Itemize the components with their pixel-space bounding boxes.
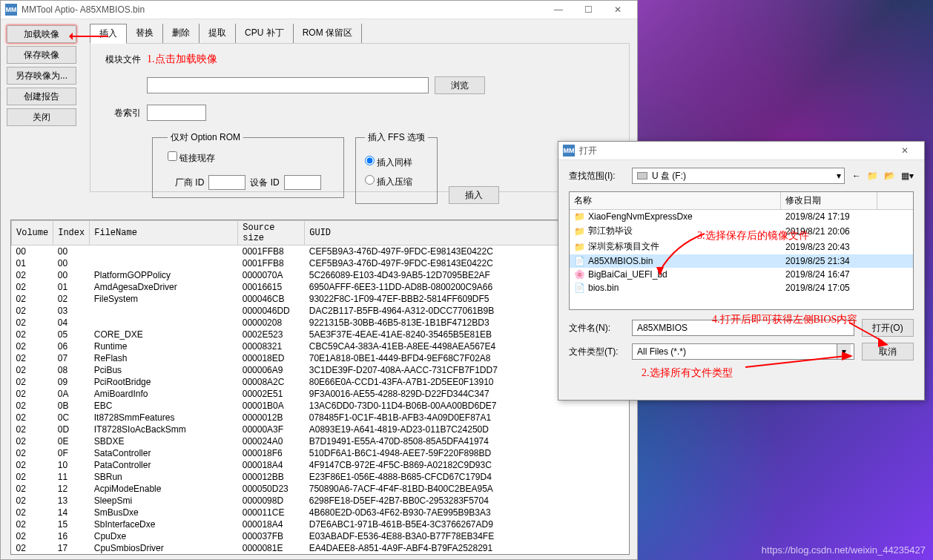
folder-icon: 📁	[574, 226, 585, 237]
insert-same-radio[interactable]	[365, 156, 375, 165]
window-title: MMTool Aptio- A85XMBIOS.bin	[22, 4, 544, 15]
volume-index-label: 卷索引	[99, 107, 141, 119]
table-row[interactable]: 0208PciBus000006A93C1DE39F-D207-408A-AAC…	[12, 364, 629, 376]
table-row[interactable]: 0217CpuSmbiosDriver0000081EEA4DAEE8-A851…	[12, 542, 629, 554]
save-image-button[interactable]: 保存映像	[7, 46, 76, 64]
table-header[interactable]: Source size	[238, 221, 305, 246]
annotation-3: 3.选择保存后的镜像文件	[697, 229, 809, 243]
insert-button[interactable]: 插入	[449, 186, 499, 204]
table-header[interactable]: Index	[53, 221, 90, 246]
volume-index-input[interactable]	[147, 105, 206, 121]
tab-extract[interactable]: 提取	[200, 24, 236, 43]
app-icon: MM	[5, 4, 17, 16]
table-row[interactable]: 0209PciRootBridge00008A2C80E66E0A-CCD1-4…	[12, 376, 629, 388]
table-row[interactable]: 0218NBDXE00002618E4ECD0B2-E277-4F2B-BECB…	[12, 554, 629, 555]
table-row[interactable]: 020AAmiBoardInfo00002E519F3A0016-AE55-42…	[12, 388, 629, 400]
new-folder-icon[interactable]: 📂	[884, 171, 895, 181]
watermark: https://blog.csdn.net/weixin_44235427	[762, 544, 926, 556]
tab-content: 模块文件 1.点击加载映像 浏览 卷索引 仅对 Option ROM 链	[90, 44, 630, 192]
file-row[interactable]: 📁XiaoFengNvmExpressDxe2019/8/24 17:19	[570, 210, 913, 223]
table-row[interactable]: 0210PataController000018A44F9147CB-972E-…	[12, 459, 629, 471]
table-row[interactable]: 020ESBDXE000024A0B7D19491-E55A-470D-8508…	[12, 435, 629, 447]
table-row[interactable]: 020DIT8728SIoAcBackSmm00000A3FA0893E19-A…	[12, 424, 629, 435]
filetype-label: 文件类型(T):	[569, 346, 624, 358]
red-arrow-1	[71, 36, 108, 37]
table-row[interactable]: 0206Runtime00008321CBC59CA4-383A-41EB-A8…	[12, 340, 629, 352]
close-button[interactable]: ✕	[603, 1, 633, 18]
up-folder-icon[interactable]: 📁	[867, 171, 878, 181]
maximize-button[interactable]: ☐	[573, 1, 603, 18]
link-existing-checkbox[interactable]	[168, 151, 177, 161]
insert-same-label: 插入同样	[377, 157, 412, 168]
folder-icon: 📁	[574, 242, 585, 252]
module-file-input[interactable]	[147, 77, 429, 93]
back-icon[interactable]: ←	[852, 171, 861, 181]
col-date-header[interactable]: 修改日期	[781, 192, 877, 209]
main-titlebar: MM MMTool Aptio- A85XMBIOS.bin — ☐ ✕	[1, 1, 637, 19]
ffs-legend: 插入 FFS 选项	[365, 131, 428, 144]
table-row[interactable]: 020BEBC00001B0A13AC6DD0-73D0-11D4-B06B-0…	[12, 400, 629, 412]
table-row[interactable]: 020CIt8728SmmFeatures0000012B078485F1-0C…	[12, 412, 629, 424]
browse-button[interactable]: 浏览	[435, 76, 485, 94]
table-row[interactable]: 0211SBRun000012BBE23F86E1-056E-4888-B685…	[12, 471, 629, 483]
open-button[interactable]: 打开(O)	[862, 319, 914, 337]
tab-insert[interactable]: 插入	[90, 24, 127, 44]
table-row[interactable]: 0212AcpiModeEnable000050D23750890A6-7ACF…	[12, 483, 629, 495]
close-app-button[interactable]: 关闭	[7, 108, 76, 126]
tab-replace[interactable]: 替换	[127, 24, 163, 43]
look-in-label: 查找范围(I):	[569, 170, 624, 182]
file-list[interactable]: 名称 修改日期 📁XiaoFengNvmExpressDxe2019/8/24 …	[569, 191, 914, 310]
annotation-2: 2.选择所有文件类型	[642, 366, 733, 380]
table-row[interactable]: 01000001FFB8CEF5B9A3-476D-497F-9FDC-E981…	[12, 257, 629, 269]
tab-cpu-patch[interactable]: CPU 补丁	[236, 24, 294, 43]
table-row[interactable]: 0202FileSystem000046CB93022F8C-1F09-47EF…	[12, 293, 629, 305]
view-icon[interactable]: ▦▾	[901, 171, 914, 181]
look-in-select[interactable]: U 盘 (F:)	[632, 168, 845, 184]
table-row[interactable]: 0214SmBusDxe000011CE4B680E2D-0D63-4F62-B…	[12, 507, 629, 518]
col-name-header[interactable]: 名称	[570, 192, 781, 209]
table-row[interactable]: 0213SleepSmi0000098D6298FE18-D5EF-42B7-B…	[12, 495, 629, 507]
save-as-button[interactable]: 另存映像为...	[7, 67, 76, 85]
file-row[interactable]: 📄A85XMBIOS.bin2019/8/25 21:34	[570, 254, 913, 268]
open-close-button[interactable]: ✕	[890, 142, 920, 159]
table-row[interactable]: 02030000046DDDAC2B117-B5FB-4964-A312-0DC…	[12, 305, 629, 317]
vendor-id-input[interactable]	[208, 175, 245, 190]
sys-icon: 🌸	[574, 269, 585, 280]
folder-icon: 📁	[574, 211, 585, 222]
annotation-4: 4.打开后即可获得左侧BIOS内容	[712, 313, 857, 326]
table-row[interactable]: 020FSataController000018F6510DF6A1-B6C1-…	[12, 447, 629, 459]
vendor-id-label: 厂商 ID	[175, 177, 204, 189]
drive-icon	[637, 172, 647, 179]
open-titlebar: MM 打开 ✕	[558, 142, 924, 160]
device-id-input[interactable]	[284, 175, 321, 190]
table-row[interactable]: 0201AmdAgesaDxeDriver000166156950AFFF-6E…	[12, 281, 629, 293]
cancel-button[interactable]: 取消	[862, 343, 914, 360]
option-rom-legend: 仅对 Option ROM	[168, 131, 243, 144]
minimize-button[interactable]: —	[544, 1, 573, 18]
drive-label: U 盘 (F:)	[652, 170, 686, 182]
file-row[interactable]: 🌸BigBaiCai_UEFI_bd2019/8/24 16:47	[570, 268, 913, 281]
table-row[interactable]: 0215SbInterfaceDxe000018A4D7E6ABC1-971B-…	[12, 518, 629, 530]
module-file-label: 模块文件	[99, 53, 141, 66]
file-row[interactable]: 📄bios.bin2019/8/24 17:05	[570, 281, 913, 294]
table-row[interactable]: 0205CORE_DXE0002E5235AE3F37E-4EAE-41AE-8…	[12, 329, 629, 340]
table-row[interactable]: 0207ReFlash000018ED70E1A818-0BE1-4449-BF…	[12, 352, 629, 364]
create-report-button[interactable]: 创建报告	[7, 88, 76, 105]
left-button-panel: 加载映像 保存映像 另存映像为... 创建报告 关闭	[1, 19, 82, 197]
module-table[interactable]: VolumeIndexFileNameSource sizeGUID 00000…	[10, 220, 630, 555]
tab-rom-reserve[interactable]: ROM 保留区	[294, 24, 362, 43]
ffs-options-fieldset: 插入 FFS 选项 插入同样 插入压缩	[355, 131, 438, 204]
tab-bar: 插入 替换 删除 提取 CPU 补丁 ROM 保留区	[90, 24, 630, 44]
table-row[interactable]: 0200PlatformGOPPolicy0000070A5C266089-E1…	[12, 269, 629, 281]
filetype-value: All Files (*.*)	[637, 346, 686, 357]
filetype-combo[interactable]: All Files (*.*)	[632, 343, 854, 360]
insert-compress-radio[interactable]	[365, 175, 375, 185]
table-row[interactable]: 0216CpuDxe000037FBE03ABADF-E536-4E88-B3A…	[12, 530, 629, 542]
tab-delete[interactable]: 删除	[163, 24, 200, 43]
file-icon: 📄	[574, 256, 585, 266]
table-header[interactable]: FileName	[90, 221, 238, 246]
table-header[interactable]: Volume	[12, 221, 53, 246]
table-row[interactable]: 0204000002089221315B-30BB-46B5-813E-1B1B…	[12, 317, 629, 329]
open-app-icon: MM	[563, 145, 575, 157]
table-row[interactable]: 00000001FFB8CEF5B9A3-476D-497F-9FDC-E981…	[12, 246, 629, 258]
